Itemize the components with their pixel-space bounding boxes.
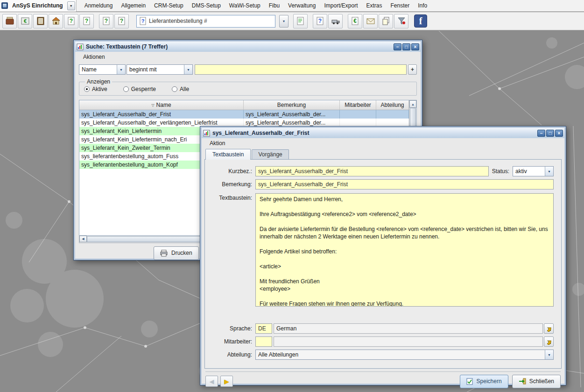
window-title: sys_Lieferant_Ausserhalb_der_Frist bbox=[212, 130, 535, 136]
window-title: Suche: Textbaustein (7 Treffer) bbox=[86, 43, 391, 50]
menu-wawi-setup[interactable]: WaWi-Setup bbox=[225, 1, 265, 10]
bemerkung-input[interactable]: sys_Lieferant_Ausserhalb_der_Frist bbox=[255, 179, 554, 189]
close-button[interactable]: × bbox=[555, 130, 563, 137]
euro-doc-button[interactable]: € bbox=[348, 14, 362, 28]
detail-window-titlebar[interactable]: sys_Lieferant_Ausserhalb_der_Frist – □ × bbox=[202, 128, 564, 138]
menu-aktionen[interactable]: Aktionen bbox=[79, 52, 109, 62]
status-combo[interactable]: aktiv ▼ bbox=[513, 166, 554, 176]
journal-icon bbox=[36, 16, 45, 26]
cash-register-button[interactable]: € bbox=[18, 14, 32, 28]
cell-bemerkung[interactable]: sys_Lieferant_Ausserhalb_der... bbox=[244, 110, 340, 119]
svg-text:€: € bbox=[23, 18, 26, 24]
main-toolbar: € ? ? ? ? ? Lieferantenbestellung # ▼ ? … bbox=[0, 12, 584, 30]
svg-text:?: ? bbox=[69, 18, 72, 24]
jump-to-icon bbox=[546, 326, 552, 332]
exit-door-icon bbox=[519, 378, 526, 385]
notes-button[interactable] bbox=[293, 14, 308, 28]
order-search-combo[interactable]: ? Lieferantenbestellung # bbox=[136, 15, 275, 28]
help-doc-button-1[interactable]: ? bbox=[64, 14, 78, 28]
radio-alle[interactable]: Alle bbox=[172, 86, 189, 92]
minimize-button[interactable]: – bbox=[394, 43, 401, 50]
menu-crm-setup[interactable]: CRM-Setup bbox=[150, 1, 188, 10]
abteilung-value: Alle Abteilungen bbox=[256, 350, 545, 359]
kurzbez-input[interactable]: sys_Lieferant_Ausserhalb_der_Frist bbox=[255, 166, 489, 176]
help-doc-icon: ? bbox=[67, 16, 76, 26]
column-header-mitarbeiter[interactable]: Mitarbeiter bbox=[340, 100, 376, 110]
close-window-button[interactable]: Schließen bbox=[512, 375, 561, 388]
mitarbeiter-lookup-button[interactable] bbox=[544, 336, 554, 347]
search-doc-button-2[interactable]: ? bbox=[114, 14, 129, 28]
close-button[interactable]: × bbox=[411, 43, 419, 50]
help-doc-button-2[interactable]: ? bbox=[79, 14, 94, 28]
column-header-bemerkung[interactable]: Bemerkung bbox=[244, 100, 340, 110]
tab-vorgaenge[interactable]: Vorgänge bbox=[252, 149, 288, 159]
cardfile-button[interactable] bbox=[2, 14, 17, 28]
order-search-dropdown[interactable]: ▼ bbox=[279, 15, 288, 28]
tab-textbaustein[interactable]: Textbaustein bbox=[205, 149, 251, 160]
mail-button[interactable] bbox=[363, 14, 378, 28]
cell-abteilung[interactable] bbox=[376, 110, 409, 119]
euro-doc-icon: € bbox=[351, 16, 360, 26]
print-button[interactable]: Drucken bbox=[154, 246, 199, 260]
journal-button[interactable] bbox=[33, 14, 48, 28]
minimize-button[interactable]: – bbox=[537, 130, 545, 137]
copy-icon bbox=[381, 16, 391, 26]
app-selector[interactable]: AnSyS Einrichtung ▼ bbox=[0, 0, 77, 12]
menu-allgemein[interactable]: Allgemein bbox=[117, 1, 150, 10]
save-button-label: Speichern bbox=[477, 378, 502, 385]
home-button[interactable] bbox=[49, 14, 63, 28]
vehicle-icon bbox=[331, 16, 340, 26]
search-doc-button-1[interactable]: ? bbox=[99, 14, 113, 28]
search-field-combo[interactable]: Name ▼ bbox=[79, 64, 126, 75]
cell-mitarbeiter[interactable] bbox=[340, 110, 376, 119]
facebook-button[interactable]: f bbox=[414, 14, 427, 28]
vehicle-button[interactable] bbox=[328, 14, 343, 28]
maximize-button[interactable]: □ bbox=[402, 43, 410, 50]
print-button-label: Drucken bbox=[171, 250, 192, 256]
column-header-name[interactable]: ▽Name bbox=[79, 100, 244, 110]
column-header-abteilung[interactable]: Abteilung bbox=[376, 100, 409, 110]
menu-anmeldung[interactable]: Anmeldung bbox=[80, 1, 117, 10]
sprache-lookup-button[interactable] bbox=[544, 323, 554, 334]
search-doc-icon: ? bbox=[102, 16, 111, 26]
cell-name[interactable]: sys_Lieferant_Ausserhalb_der_Frist bbox=[79, 110, 244, 119]
scroll-up-icon[interactable]: ▲ bbox=[409, 100, 416, 108]
app-selector-dropdown[interactable]: ▼ bbox=[67, 1, 75, 10]
status-label: Status: bbox=[492, 168, 513, 175]
scrollbar-thumb[interactable] bbox=[87, 236, 204, 242]
filter-button[interactable] bbox=[394, 14, 408, 28]
menu-aktion[interactable]: Aktion bbox=[205, 139, 229, 148]
menu-import-export[interactable]: Import/Export bbox=[320, 1, 362, 10]
menu-fibu[interactable]: Fibu bbox=[265, 1, 284, 10]
radio-gesperrte[interactable]: Gesperrte bbox=[123, 86, 156, 92]
search-operator-combo[interactable]: beginnt mit ▼ bbox=[127, 64, 193, 75]
nav-back-button[interactable]: ◀ bbox=[205, 376, 218, 387]
menu-verwaltung[interactable]: Verwaltung bbox=[284, 1, 320, 10]
main-menubar: AnSyS Einrichtung ▼ Anmeldung Allgemein … bbox=[0, 0, 584, 12]
order-help-icon: ? bbox=[139, 17, 147, 25]
svg-text:?: ? bbox=[104, 18, 107, 24]
nav-forward-button[interactable]: ▶ bbox=[220, 376, 233, 387]
menu-dms-setup[interactable]: DMS-Setup bbox=[188, 1, 225, 10]
sprache-label: Sprache: bbox=[208, 325, 255, 332]
status-value: aktiv bbox=[513, 167, 545, 176]
info-doc-button[interactable]: ? bbox=[313, 14, 327, 28]
menu-fenster[interactable]: Fenster bbox=[387, 1, 414, 10]
table-row[interactable]: sys_Lieferant_Ausserhalb_der_Fristsys_Li… bbox=[79, 110, 409, 119]
save-button[interactable]: Speichern bbox=[460, 375, 508, 388]
sprache-name-field: German bbox=[274, 323, 543, 334]
add-criterion-button[interactable]: + bbox=[408, 64, 417, 75]
abteilung-combo[interactable]: Alle Abteilungen ▼ bbox=[255, 350, 554, 360]
jump-to-icon bbox=[546, 339, 552, 345]
copy-button[interactable] bbox=[379, 14, 393, 28]
sprache-code-input[interactable]: DE bbox=[255, 323, 272, 334]
radio-aktive[interactable]: Aktive bbox=[84, 86, 107, 92]
textbaustein-textarea[interactable]: Sehr geehrte Damen und Herren, Ihre Auft… bbox=[255, 193, 554, 307]
menu-info[interactable]: Info bbox=[414, 1, 431, 10]
scroll-left-icon[interactable]: ◀ bbox=[79, 236, 87, 242]
search-input[interactable] bbox=[195, 64, 407, 75]
mitarbeiter-code-input[interactable] bbox=[255, 336, 272, 347]
search-window-titlebar[interactable]: Suche: Textbaustein (7 Treffer) – □ × bbox=[75, 42, 421, 52]
menu-extras[interactable]: Extras bbox=[362, 1, 386, 10]
maximize-button[interactable]: □ bbox=[546, 130, 554, 137]
